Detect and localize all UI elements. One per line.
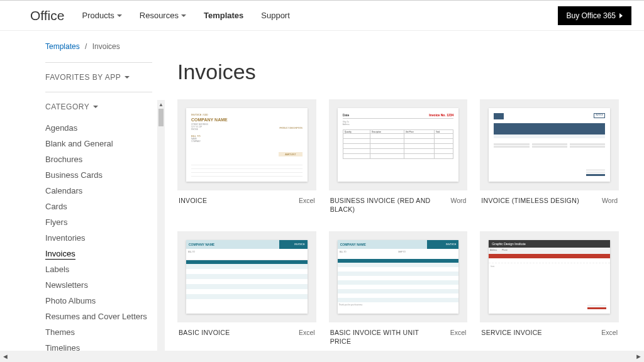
- sidebar-item-newsletters[interactable]: Newsletters: [45, 277, 152, 293]
- sidebar-item-photo-albums[interactable]: Photo Albums: [45, 293, 152, 309]
- sidebar-head-label: CATEGORY: [45, 102, 89, 111]
- divider: [45, 62, 152, 63]
- template-grid: INVOICE #100 COMPANY NAME STREET ADDRESS…: [177, 99, 619, 351]
- sidebar-item-inventories[interactable]: Inventories: [45, 230, 152, 246]
- sidebar-item-blank[interactable]: Blank and General: [45, 136, 152, 151]
- content-scroll[interactable]: Templates / Invoices FAVORITES BY APP CA…: [0, 31, 644, 351]
- template-thumbnail: COMPANY NAME INVOICE BILL TO: [177, 231, 316, 322]
- breadcrumb-separator: /: [85, 42, 87, 51]
- main-content: Invoices INVOICE #100 COMPANY NAME STREE…: [177, 56, 644, 351]
- nav-label: Support: [261, 11, 290, 20]
- scroll-thumb[interactable]: [158, 109, 164, 126]
- scroll-track[interactable]: [11, 351, 633, 362]
- page-title: Invoices: [177, 60, 619, 84]
- card-app: Excel: [299, 197, 315, 204]
- card-app: Excel: [299, 329, 315, 336]
- template-card[interactable]: COMPANY NAME INVOICE BILL TO: [177, 231, 316, 346]
- template-thumbnail: Graphic Design Institute AddressPhone It…: [480, 231, 619, 322]
- template-card[interactable]: Date Invoice No. 1234 Ship ToAddress Qua…: [329, 99, 468, 214]
- card-title: INVOICE: [179, 197, 207, 206]
- doc-preview: COMPANY NAME INVOICE BILL TO: [186, 240, 308, 314]
- card-app: Word: [450, 197, 466, 204]
- brand-logo[interactable]: Office: [30, 8, 64, 23]
- card-meta: SERVICE INVOICE Excel: [480, 322, 619, 337]
- breadcrumb-current: Invoices: [92, 42, 120, 51]
- template-thumbnail: INVOICE: [480, 99, 619, 190]
- sidebar: FAVORITES BY APP CATEGORY Agendas Blank …: [45, 56, 152, 351]
- sidebar-favorites-header[interactable]: FAVORITES BY APP: [45, 69, 152, 85]
- scroll-left-icon[interactable]: ◄: [0, 351, 11, 362]
- card-meta: BASIC INVOICE WITH UNIT PRICE Excel: [329, 322, 468, 346]
- nav-label: Products: [82, 11, 114, 20]
- sidebar-item-themes[interactable]: Themes: [45, 324, 152, 340]
- chevron-down-icon: [93, 106, 98, 108]
- template-card[interactable]: INVOICE #100 COMPANY NAME STREET ADDRESS…: [177, 99, 316, 214]
- buy-office-button[interactable]: Buy Office 365: [558, 6, 632, 25]
- card-title: BUSINESS INVOICE (RED AND BLACK): [330, 197, 433, 214]
- card-meta: BASIC INVOICE Excel: [177, 322, 316, 337]
- nav-label: Templates: [204, 11, 243, 20]
- template-thumbnail: Date Invoice No. 1234 Ship ToAddress Qua…: [329, 99, 468, 190]
- sidebar-category-header[interactable]: CATEGORY: [45, 99, 152, 115]
- card-title: INVOICE (TIMELESS DESIGN): [481, 197, 579, 206]
- sidebar-item-cards[interactable]: Cards: [45, 199, 152, 214]
- sidebar-item-timelines[interactable]: Timelines: [45, 340, 152, 351]
- card-title: SERVICE INVOICE: [481, 329, 542, 337]
- card-meta: BUSINESS INVOICE (RED AND BLACK) Word: [329, 190, 468, 214]
- template-card[interactable]: INVOICE: [480, 99, 619, 214]
- breadcrumb-root[interactable]: Templates: [45, 42, 80, 51]
- sidebar-item-brochures[interactable]: Brochures: [45, 151, 152, 167]
- card-app: Excel: [450, 329, 467, 336]
- breadcrumb: Templates / Invoices: [45, 31, 644, 56]
- nav-support[interactable]: Support: [261, 11, 290, 20]
- chevron-down-icon: [125, 76, 130, 79]
- nav-label: Resources: [140, 11, 179, 20]
- card-meta: INVOICE Excel: [177, 190, 316, 206]
- scroll-up-icon[interactable]: ▲: [157, 100, 165, 109]
- sidebar-item-labels[interactable]: Labels: [45, 261, 152, 277]
- sidebar-item-resumes[interactable]: Resumes and Cover Letters: [45, 309, 152, 324]
- template-thumbnail: COMPANY NAME INVOICE BILL TOSHIP TO: [329, 231, 468, 322]
- category-list: Agendas Blank and General Brochures Busi…: [45, 120, 152, 351]
- horizontal-scrollbar[interactable]: ◄ ►: [0, 351, 644, 362]
- template-card[interactable]: COMPANY NAME INVOICE BILL TOSHIP TO: [329, 231, 468, 346]
- card-app: Excel: [601, 329, 618, 336]
- chevron-down-icon: [181, 14, 186, 17]
- sidebar-item-agendas[interactable]: Agendas: [45, 120, 152, 136]
- scroll-right-icon[interactable]: ►: [633, 351, 644, 362]
- card-app: Word: [602, 197, 618, 204]
- doc-preview: INVOICE #100 COMPANY NAME STREET ADDRESS…: [186, 108, 308, 182]
- sidebar-item-calendars[interactable]: Calendars: [45, 183, 152, 199]
- template-thumbnail: INVOICE #100 COMPANY NAME STREET ADDRESS…: [177, 99, 316, 190]
- sidebar-item-business-cards[interactable]: Business Cards: [45, 167, 152, 183]
- doc-preview: Graphic Design Institute AddressPhone It…: [489, 240, 610, 314]
- doc-preview: COMPANY NAME INVOICE BILL TOSHIP TO: [338, 240, 459, 314]
- doc-preview: Date Invoice No. 1234 Ship ToAddress Qua…: [338, 108, 459, 182]
- buy-label: Buy Office 365: [567, 11, 616, 20]
- doc-preview: INVOICE: [489, 108, 610, 182]
- top-nav: Office Products Resources Templates Supp…: [0, 1, 644, 31]
- sidebar-head-label: FAVORITES BY APP: [45, 73, 121, 82]
- divider: [45, 92, 152, 92]
- card-title: BASIC INVOICE: [179, 329, 230, 337]
- template-card[interactable]: Graphic Design Institute AddressPhone It…: [480, 231, 619, 346]
- sidebar-item-invoices[interactable]: Invoices: [45, 246, 152, 261]
- nav-templates[interactable]: Templates: [204, 11, 243, 20]
- sidebar-scrollbar[interactable]: ▲: [157, 100, 165, 351]
- nav-menu: Products Resources Templates Support: [82, 11, 557, 20]
- sidebar-item-flyers[interactable]: Flyers: [45, 214, 152, 230]
- card-title: BASIC INVOICE WITH UNIT PRICE: [330, 329, 433, 346]
- nav-resources[interactable]: Resources: [140, 11, 186, 20]
- nav-products[interactable]: Products: [82, 11, 121, 20]
- card-meta: INVOICE (TIMELESS DESIGN) Word: [480, 190, 619, 206]
- chevron-down-icon: [117, 14, 122, 17]
- chevron-right-icon: [619, 13, 623, 18]
